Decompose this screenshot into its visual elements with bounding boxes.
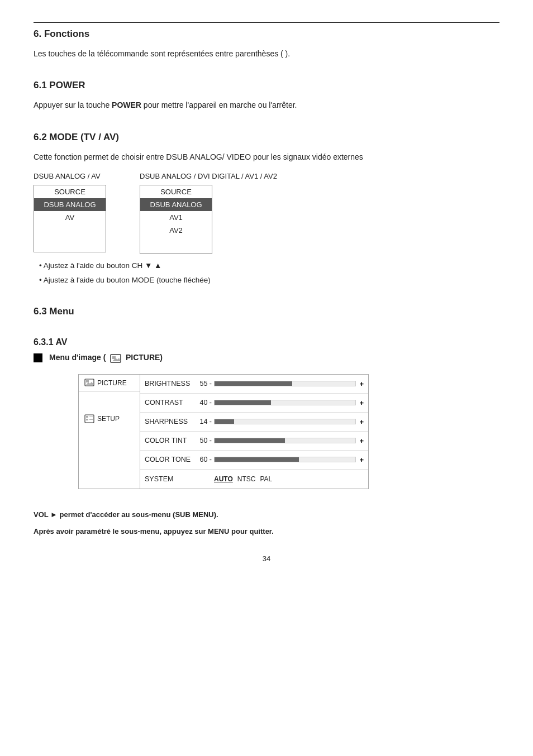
menu-row: SOURCE [34, 185, 106, 198]
menu-row-empty [34, 224, 106, 252]
picture-menu-content: BRIGHTNESS 55 - + CONTRAST 40 - + [140, 375, 368, 489]
menu-diagram-area: DSUB ANALOG / AV SOURCE DSUB ANALOG AV D… [34, 172, 499, 254]
pm-bar-contrast [214, 400, 356, 405]
pm-row-colortint: COLOR TINT 50 - + [140, 432, 368, 451]
sidebar-row-setup: SETUP [79, 392, 140, 427]
pm-row-system: SYSTEM AUTO NTSC PAL [140, 470, 368, 489]
section-6-1-desc: Appuyer sur la touche POWER pour mettre … [34, 99, 499, 111]
svg-rect-4 [86, 380, 89, 382]
pm-bar-bg-sharpness [214, 419, 356, 424]
pm-bar-bg-colortint [214, 438, 356, 443]
pm-row-contrast: CONTRAST 40 - + [140, 394, 368, 413]
diagram-1-label: DSUB ANALOG / AV [34, 172, 106, 180]
pm-bar-bg-colortone [214, 457, 356, 462]
pm-value-colortint: 50 - [195, 437, 212, 444]
diagram-2-label: DSUB ANALOG / DVI DIGITAL / AV1 / AV2 [140, 172, 277, 180]
pm-label-system: SYSTEM [145, 475, 195, 483]
section-6-1-title: 6.1 POWER [34, 80, 499, 91]
bullet-list: Ajustez à l'aide du bouton CH ▼ ▲ Ajuste… [34, 260, 499, 286]
picture-icon [110, 354, 121, 363]
pm-system-ntsc: NTSC [237, 475, 256, 483]
pm-row-colortone: COLOR TONE 60 - + [140, 451, 368, 470]
picture-menu-sidebar: PICTURE SETUP [79, 375, 140, 489]
sidebar-picture-label: PICTURE [97, 379, 127, 387]
pm-label-colortone: COLOR TONE [145, 456, 195, 463]
section-6-3: 6.3 Menu [34, 306, 499, 317]
menu-row-highlighted: DSUB ANALOG [34, 198, 106, 211]
section-6-2: 6.2 MODE (TV / AV) Cette fonction permet… [34, 132, 499, 286]
pm-plus-colortint: + [359, 437, 364, 445]
pm-row-brightness: BRIGHTNESS 55 - + [140, 375, 368, 394]
pm-bar-fill-contrast [215, 400, 271, 405]
pm-value-colortone: 60 - [195, 456, 212, 463]
menu-row: AV2 [140, 224, 212, 237]
footer-line2: Après avoir paramétré le sous-menu, appu… [34, 526, 499, 538]
pm-bar-sharpness [214, 419, 356, 424]
section-6-3-title: 6.3 Menu [34, 306, 499, 317]
pm-label-colortint: COLOR TINT [145, 437, 195, 444]
section-6-2-title: 6.2 MODE (TV / AV) [34, 132, 499, 143]
pm-plus-contrast: + [359, 399, 364, 407]
pm-plus-colortone: + [359, 456, 364, 464]
pm-plus-sharpness: + [359, 418, 364, 426]
sidebar-row-picture: PICTURE [79, 375, 140, 392]
sidebar-setup-label: SETUP [97, 415, 120, 423]
section-6: 6. Fonctions Les touches de la télécomma… [34, 22, 499, 60]
pm-value-contrast: 40 - [195, 399, 212, 406]
section-6-title: 6. Fonctions [34, 28, 499, 40]
pm-bar-bg-contrast [214, 400, 356, 405]
black-square-icon [34, 353, 42, 362]
pm-value-brightness: 55 - [195, 380, 212, 387]
pm-bar-fill-brightness [215, 381, 292, 386]
menu-row: AV1 [140, 211, 212, 224]
menu-row: AV [34, 211, 106, 224]
pm-row-sharpness: SHARPNESS 14 - + [140, 413, 368, 432]
svg-rect-7 [86, 416, 88, 418]
section-6-3-1: 6.3.1 AV Menu d'image ( PICTURE) [34, 337, 499, 489]
menu-row-highlighted: DSUB ANALOG [140, 198, 212, 211]
pm-plus-brightness: + [359, 380, 364, 388]
page-number: 34 [34, 554, 499, 563]
sidebar-setup-icon [84, 414, 94, 423]
footer-note: VOL ► permet d'accéder au sous-menu (SUB… [34, 509, 499, 538]
menu-box-2: SOURCE DSUB ANALOG AV1 AV2 [140, 185, 212, 254]
bullet-item: Ajustez à l'aide du bouton MODE (touche … [34, 274, 499, 286]
section-6-1: 6.1 POWER Appuyer sur la touche POWER po… [34, 80, 499, 111]
sidebar-picture-icon [84, 379, 94, 387]
pm-system-auto: AUTO [214, 475, 233, 483]
diagram-2: DSUB ANALOG / DVI DIGITAL / AV1 / AV2 SO… [140, 172, 277, 254]
pm-bar-colortint [214, 438, 356, 443]
pm-system-pal: PAL [260, 475, 272, 483]
bullet-item: Ajustez à l'aide du bouton CH ▼ ▲ [34, 260, 499, 272]
menu-box-1: SOURCE DSUB ANALOG AV [34, 185, 106, 252]
pm-bar-brightness [214, 381, 356, 386]
menu-row: SOURCE [140, 185, 212, 198]
svg-rect-8 [86, 419, 88, 420]
pm-bar-fill-sharpness [215, 419, 234, 424]
footer-line1: VOL ► permet d'accéder au sous-menu (SUB… [34, 509, 499, 521]
section-6-intro: Les touches de la télécommande sont repr… [34, 47, 499, 60]
picture-menu-header: Menu d'image ( PICTURE) [34, 353, 499, 362]
diagram-1: DSUB ANALOG / AV SOURCE DSUB ANALOG AV [34, 172, 106, 254]
section-6-2-desc: Cette fonction permet de choisir entre D… [34, 151, 499, 163]
pm-bar-bg-brightness [214, 381, 356, 386]
pm-label-sharpness: SHARPNESS [145, 418, 195, 425]
pm-value-sharpness: 14 - [195, 418, 212, 425]
pm-label-contrast: CONTRAST [145, 399, 195, 406]
picture-menu-label: Menu d'image ( PICTURE) [49, 353, 163, 362]
picture-menu-table: PICTURE SETUP BRIGHTNESS 55 - [78, 374, 369, 489]
pm-system-options: AUTO NTSC PAL [214, 475, 364, 483]
menu-row-empty [140, 237, 212, 253]
pm-bar-colortone [214, 457, 356, 462]
section-6-3-1-title: 6.3.1 AV [34, 337, 499, 347]
pm-bar-fill-colortint [215, 438, 285, 443]
pm-label-brightness: BRIGHTNESS [145, 380, 195, 387]
pm-bar-fill-colortone [215, 457, 299, 462]
